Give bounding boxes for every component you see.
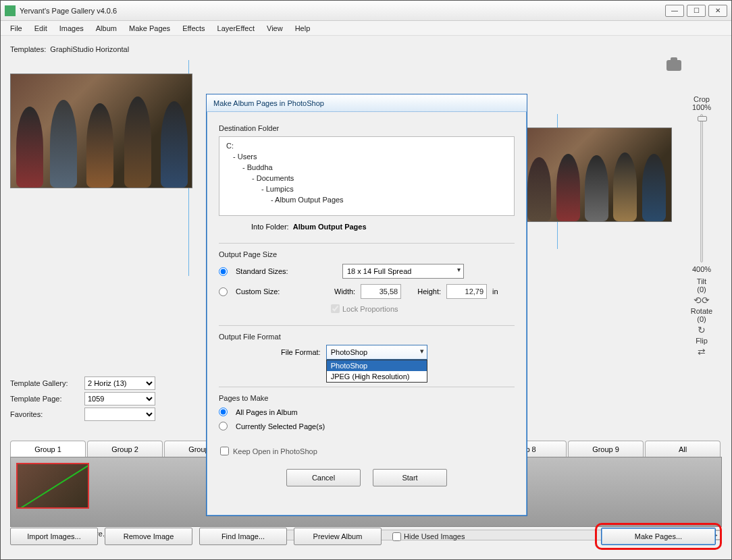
folder-node[interactable]: - Buddha xyxy=(226,163,507,173)
bottom-toolbar: Import Images... Remove Image Find Image… xyxy=(10,523,722,550)
output-format-label: Output File Format xyxy=(219,333,515,341)
all-pages-radio[interactable] xyxy=(219,408,228,416)
flip-icon[interactable]: ⇄ xyxy=(694,346,710,357)
standard-sizes-select[interactable]: 18 x 14 Full Spread xyxy=(342,264,464,279)
app-icon xyxy=(5,5,16,16)
svg-line-0 xyxy=(18,464,88,507)
lock-proportions-label: Lock Proportions xyxy=(342,305,398,313)
right-controls: Crop 100% 400% Tilt (0) ⟲⟳ Rotate (0) ↻ … xyxy=(683,95,721,358)
menu-file[interactable]: File xyxy=(5,23,28,34)
folder-node[interactable]: C: xyxy=(226,141,507,152)
used-marker-icon xyxy=(18,464,88,507)
make-album-dialog: Make Album Pages in PhotoShop Destinatio… xyxy=(206,94,527,516)
preview-album-button[interactable]: Preview Album xyxy=(294,528,382,545)
height-label: Height: xyxy=(417,287,441,296)
flip-label: Flip xyxy=(683,337,721,345)
tab-group-1[interactable]: Group 1 xyxy=(10,441,86,457)
titlebar: Yervant's Page Gallery v4.0.6 — ☐ ✕ xyxy=(1,1,731,21)
output-size-label: Output Page Size xyxy=(219,250,515,258)
make-pages-button[interactable]: Make Pages... xyxy=(601,528,716,545)
folder-node[interactable]: - Users xyxy=(226,152,507,163)
destination-folder-label: Destination Folder xyxy=(219,124,515,132)
tab-group-2[interactable]: Group 2 xyxy=(87,441,163,457)
hide-used-checkbox[interactable]: Hide Used Images xyxy=(392,532,465,541)
menu-images[interactable]: Images xyxy=(54,23,89,34)
rotate-label: Rotate xyxy=(683,307,721,315)
crop-value: 100% xyxy=(683,103,721,111)
template-page-label: Template Page: xyxy=(10,395,84,403)
maximize-button[interactable]: ☐ xyxy=(687,5,706,17)
rotate-icon[interactable]: ↻ xyxy=(694,325,710,335)
crop-label: Crop xyxy=(683,95,721,103)
menu-layereffect[interactable]: LayerEffect xyxy=(212,23,260,34)
file-format-dropdown: PhotoShop JPEG (High Resolution) xyxy=(326,360,427,383)
dialog-title: Make Album Pages in PhotoShop xyxy=(207,94,527,112)
templates-label-row: Templates: GraphiStudio Horizontal xyxy=(10,41,722,57)
rotate-value: (0) xyxy=(683,315,721,323)
menu-view[interactable]: View xyxy=(261,23,288,34)
hide-used-input[interactable] xyxy=(392,532,401,541)
menu-album[interactable]: Album xyxy=(90,23,122,34)
folder-node[interactable]: - Lumpics xyxy=(226,184,507,195)
tab-all[interactable]: All xyxy=(645,441,721,457)
make-pages-highlight: Make Pages... xyxy=(595,523,722,550)
into-folder-row: Into Folder: Album Output Pages xyxy=(251,223,515,231)
standard-sizes-radio[interactable] xyxy=(219,267,228,276)
start-button[interactable]: Start xyxy=(373,469,447,486)
folder-tree[interactable]: C: - Users - Buddha - Documents - Lumpic… xyxy=(219,136,515,216)
into-folder-label: Into Folder: xyxy=(251,223,289,231)
minimize-button[interactable]: — xyxy=(665,5,684,17)
templates-label: Templates: xyxy=(10,45,46,53)
file-format-option-jpeg[interactable]: JPEG (High Resolution) xyxy=(327,371,427,382)
page-photo-left[interactable] xyxy=(10,74,192,188)
tab-group-9[interactable]: Group 9 xyxy=(568,441,644,457)
width-input[interactable] xyxy=(361,284,401,299)
zoom-400: 400% xyxy=(683,265,721,273)
folder-node[interactable]: - Album Output Pages xyxy=(226,195,507,206)
standard-sizes-label: Standard Sizes: xyxy=(236,267,310,275)
file-format-label: File Format: xyxy=(281,348,321,356)
page-photo-right[interactable] xyxy=(523,128,672,222)
menu-effects[interactable]: Effects xyxy=(177,23,210,34)
unit-label: in xyxy=(492,287,498,296)
keep-open-checkbox[interactable] xyxy=(220,447,229,455)
menu-edit[interactable]: Edit xyxy=(29,23,53,34)
height-input[interactable] xyxy=(446,284,487,299)
selected-pages-label: Currently Selected Page(s) xyxy=(236,422,325,430)
close-button[interactable]: ✕ xyxy=(708,5,727,17)
into-folder-value: Album Output Pages xyxy=(293,223,367,231)
template-page-select[interactable]: 1059 xyxy=(84,392,155,405)
keep-open-label: Keep Open in PhotoShop xyxy=(233,447,317,455)
file-format-option-photoshop[interactable]: PhotoShop xyxy=(327,360,427,371)
all-pages-label: All Pages in Album xyxy=(236,408,298,416)
templates-value: GraphiStudio Horizontal xyxy=(50,45,129,53)
tilt-label: Tilt xyxy=(683,277,721,285)
hide-used-label: Hide Used Images xyxy=(404,532,465,540)
crop-slider[interactable] xyxy=(700,114,703,262)
import-images-button[interactable]: Import Images... xyxy=(10,528,98,545)
template-selectors: Template Gallery: 2 Horiz (13) Template … xyxy=(10,374,155,423)
window-title: Yervant's Page Gallery v4.0.6 xyxy=(20,7,665,15)
favorites-label: Favorites: xyxy=(10,410,84,418)
cancel-button[interactable]: Cancel xyxy=(286,469,361,486)
selected-pages-radio[interactable] xyxy=(219,422,228,430)
menu-help[interactable]: Help xyxy=(290,23,316,34)
custom-size-radio[interactable] xyxy=(219,287,228,296)
tilt-value: (0) xyxy=(683,285,721,293)
width-label: Width: xyxy=(334,287,355,296)
file-format-select[interactable]: PhotoShop PhotoShop JPEG (High Resolutio… xyxy=(326,345,427,360)
thumbnail-used[interactable] xyxy=(16,463,89,509)
folder-node[interactable]: - Documents xyxy=(226,173,507,184)
template-gallery-label: Template Gallery: xyxy=(10,379,84,387)
camera-icon[interactable] xyxy=(666,60,681,71)
template-gallery-select[interactable]: 2 Horiz (13) xyxy=(84,376,155,390)
favorites-select[interactable] xyxy=(84,408,155,421)
remove-image-button[interactable]: Remove Image xyxy=(105,528,192,545)
slider-thumb[interactable] xyxy=(698,116,707,121)
tilt-icon[interactable]: ⟲⟳ xyxy=(694,295,710,306)
find-image-button[interactable]: Find Image... xyxy=(199,528,287,545)
menu-make-pages[interactable]: Make Pages xyxy=(124,23,176,34)
pages-to-make-label: Pages to Make xyxy=(219,394,515,402)
menubar: File Edit Images Album Make Pages Effect… xyxy=(1,21,731,36)
app-window: Yervant's Page Gallery v4.0.6 — ☐ ✕ File… xyxy=(0,0,732,560)
